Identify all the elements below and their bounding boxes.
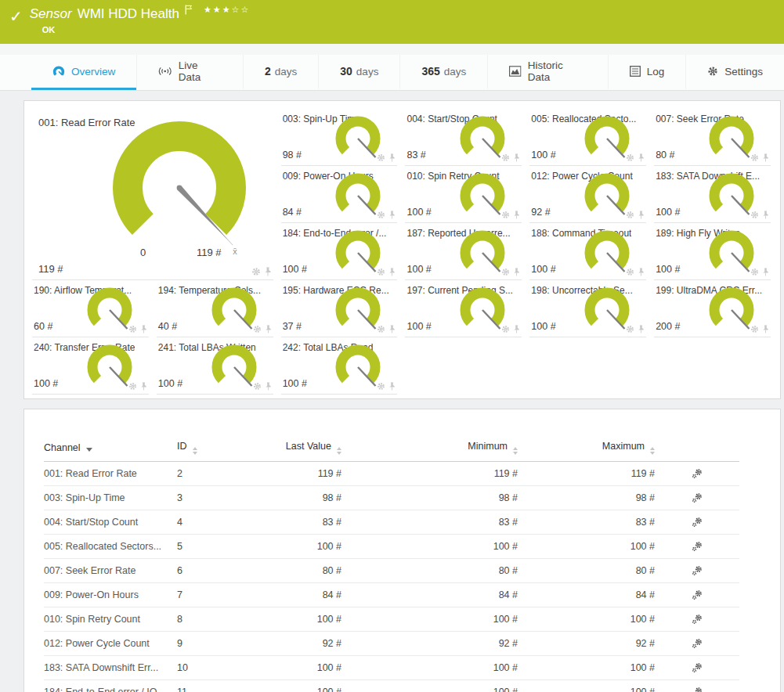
gear-icon[interactable] xyxy=(377,153,385,162)
channel-gauge xyxy=(333,115,383,164)
gear-icon[interactable] xyxy=(626,211,634,219)
channel-maximum: 83 # xyxy=(518,510,655,535)
gear-icon[interactable] xyxy=(377,268,385,276)
col-channel[interactable]: Channel xyxy=(44,436,177,462)
channel-gauge xyxy=(457,229,508,278)
pin-icon[interactable] xyxy=(762,211,769,219)
pin-icon[interactable] xyxy=(388,325,396,333)
gauge-tile: 190: Airflow Temperat...60 # xyxy=(32,280,149,337)
tab-2-days[interactable]: 2days xyxy=(243,55,318,90)
sort-icon xyxy=(337,447,341,455)
gear-icon[interactable] xyxy=(253,382,262,391)
gear-icon[interactable] xyxy=(626,268,634,276)
tab-overview[interactable]: Overview xyxy=(31,55,136,90)
channel-minimum: 100 # xyxy=(341,535,518,559)
pin-icon[interactable] xyxy=(388,153,396,162)
pin-icon[interactable] xyxy=(762,153,769,162)
flag-icon[interactable] xyxy=(185,5,193,15)
channel-settings-icon[interactable] xyxy=(692,541,703,552)
gear-icon[interactable] xyxy=(501,153,510,162)
gear-icon[interactable] xyxy=(377,211,385,219)
gear-icon[interactable] xyxy=(750,325,759,333)
pin-icon[interactable] xyxy=(638,268,645,276)
channel-settings-icon[interactable] xyxy=(692,687,703,692)
pin-icon[interactable] xyxy=(265,325,272,333)
priority-stars[interactable]: ★★★☆☆ xyxy=(204,5,250,15)
gear-icon[interactable] xyxy=(128,325,137,333)
channel-settings-icon[interactable] xyxy=(692,468,703,479)
channel-name: 183: SATA Downshift Err... xyxy=(44,656,177,680)
gear-icon[interactable] xyxy=(750,211,759,219)
channel-settings-icon[interactable] xyxy=(692,492,703,503)
channel-maximum: 119 # xyxy=(518,462,655,486)
pin-icon[interactable] xyxy=(513,325,520,333)
pin-icon[interactable] xyxy=(388,382,396,391)
table-row: 001: Read Error Rate2119 #119 #119 # xyxy=(44,462,739,486)
pin-icon[interactable] xyxy=(513,211,520,219)
pin-icon[interactable] xyxy=(638,211,645,219)
gear-icon[interactable] xyxy=(377,382,385,391)
pin-icon[interactable] xyxy=(140,382,147,391)
channel-gauge xyxy=(706,229,757,278)
channel-maximum: 100 # xyxy=(518,656,655,680)
gear-icon[interactable] xyxy=(253,325,262,333)
col-last-value[interactable]: Last Value xyxy=(236,436,341,462)
pin-icon[interactable] xyxy=(265,382,272,391)
channel-gauge xyxy=(457,172,508,221)
tab-log[interactable]: Log xyxy=(608,55,686,90)
tab-365-days[interactable]: 365days xyxy=(399,55,487,90)
col-id[interactable]: ID xyxy=(177,436,236,462)
gauge-tile: 188: Command Timeout100 # xyxy=(529,223,646,280)
pin-icon[interactable] xyxy=(638,153,645,162)
primary-channel-gauge-tile: 001: Read Error Rate x̄ 0 119 # 119 # xyxy=(32,109,273,280)
pin-icon[interactable] xyxy=(388,211,396,219)
gear-icon[interactable] xyxy=(626,153,634,162)
tab-settings[interactable]: Settings xyxy=(685,55,784,90)
channel-settings-icon[interactable] xyxy=(692,589,703,600)
gauge-value: 100 # xyxy=(531,150,555,160)
channel-settings-icon[interactable] xyxy=(692,517,703,528)
pin-icon[interactable] xyxy=(762,325,769,333)
pin-icon[interactable] xyxy=(513,268,520,276)
gear-icon[interactable] xyxy=(626,325,634,333)
gear-icon[interactable] xyxy=(377,325,385,333)
col-minimum[interactable]: Minimum xyxy=(341,436,518,462)
channel-settings-icon[interactable] xyxy=(692,662,703,673)
gear-icon[interactable] xyxy=(501,268,510,276)
gear-icon xyxy=(707,66,718,77)
gear-icon[interactable] xyxy=(128,382,137,391)
col-maximum[interactable]: Maximum xyxy=(518,436,655,462)
channel-last-value: 80 # xyxy=(236,559,341,583)
pin-icon[interactable] xyxy=(762,268,769,276)
gear-icon[interactable] xyxy=(501,211,510,219)
page-title: Sensor WMI HDD Health ★★★☆☆ xyxy=(30,6,251,22)
tab-30-days[interactable]: 30days xyxy=(318,55,399,90)
pin-icon[interactable] xyxy=(264,267,272,276)
channel-gauge xyxy=(582,115,632,164)
gauge-tile: 194: Temperature Cels...40 # xyxy=(157,280,273,337)
tab-historic-data[interactable]: Historic Data xyxy=(487,55,607,90)
gear-icon[interactable] xyxy=(750,268,759,276)
gauge-value: 100 # xyxy=(158,378,182,389)
gauges-panel: 001: Read Error Rate x̄ 0 119 # 119 # 00… xyxy=(23,100,781,399)
pin-icon[interactable] xyxy=(513,153,520,162)
channel-settings-icon[interactable] xyxy=(692,565,703,576)
tab-live-data[interactable]: Live Data xyxy=(136,55,243,90)
gear-icon[interactable] xyxy=(501,325,510,333)
gauge-value: 100 # xyxy=(34,378,58,389)
table-row: 004: Start/Stop Count483 #83 #83 # xyxy=(44,510,739,535)
table-row: 003: Spin-Up Time398 #98 #98 # xyxy=(44,486,739,510)
table-row: 183: SATA Downshift Err...10100 #100 #10… xyxy=(44,656,739,680)
channel-gauge xyxy=(209,344,259,392)
pin-icon[interactable] xyxy=(140,325,147,333)
pin-icon[interactable] xyxy=(388,268,396,276)
channel-id: 4 xyxy=(177,510,236,535)
gauge-tile: 183: SATA Downshift E...100 # xyxy=(654,166,771,223)
gear-icon[interactable] xyxy=(251,267,261,276)
pin-icon[interactable] xyxy=(638,325,645,333)
channel-settings-icon[interactable] xyxy=(692,614,703,625)
gear-icon[interactable] xyxy=(750,153,759,162)
channel-gauge xyxy=(706,172,757,221)
table-row: 010: Spin Retry Count8100 #100 #100 # xyxy=(44,607,739,632)
channel-settings-icon[interactable] xyxy=(692,638,703,649)
